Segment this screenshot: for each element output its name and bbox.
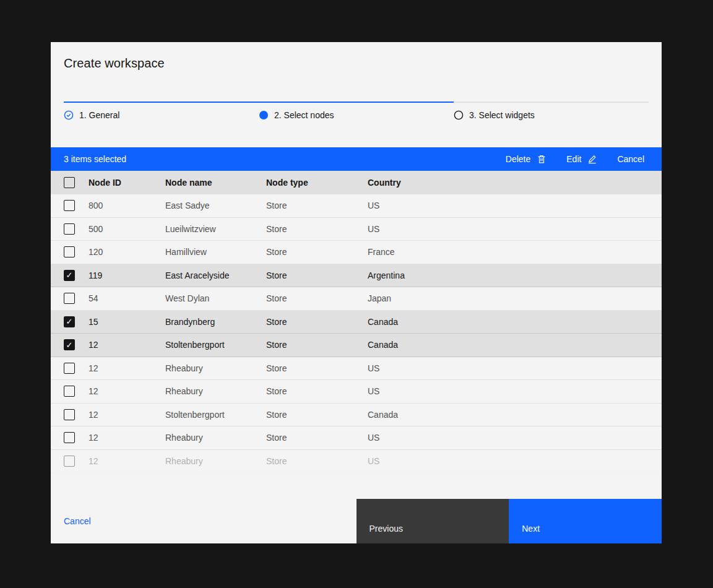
cell-country: US <box>368 386 662 396</box>
cell-node-type: Store <box>266 247 368 257</box>
table-body: 800 East Sadye Store US 500 Lueilwitzvie… <box>51 194 662 473</box>
progress-step-complete[interactable]: 1. General <box>64 102 259 120</box>
cell-country: US <box>368 456 662 466</box>
column-header-country[interactable]: Country <box>368 178 662 188</box>
step-current-icon <box>259 110 269 120</box>
column-header-node-type[interactable]: Node type <box>266 178 368 188</box>
row-checkbox[interactable]: ✓ <box>64 339 75 350</box>
cell-node-name: West Dylan <box>165 293 266 303</box>
row-checkbox[interactable] <box>64 223 75 235</box>
row-checkbox[interactable] <box>64 293 75 304</box>
cell-node-name: Brandynberg <box>165 317 266 327</box>
cell-node-id: 120 <box>89 247 165 257</box>
cell-node-id: 15 <box>89 317 165 327</box>
cell-country: Canada <box>368 340 662 350</box>
batch-action-label: Edit <box>566 154 581 164</box>
row-checkbox[interactable]: ✓ <box>64 316 75 327</box>
step-incomplete-icon <box>454 110 464 120</box>
cell-node-type: Store <box>266 270 368 280</box>
progress-indicator: 1. General 2. Select nodes 3. Select wid… <box>64 102 649 120</box>
footer-cancel-area: Cancel <box>51 499 356 543</box>
next-button[interactable]: Next <box>509 499 662 543</box>
column-header-node-id[interactable]: Node ID <box>89 178 165 188</box>
row-checkbox[interactable] <box>64 246 75 257</box>
row-checkbox[interactable] <box>64 386 75 397</box>
step-label: 3. Select widgets <box>469 110 535 120</box>
row-checkbox[interactable] <box>64 409 75 420</box>
table-row[interactable]: ✓ 12 Stoltenbergport Store Canada <box>51 334 662 357</box>
row-checkbox[interactable] <box>64 363 75 374</box>
cell-country: US <box>368 201 662 210</box>
table-row[interactable]: 12 Rheabury Store US <box>51 357 662 381</box>
progress-step-current[interactable]: 2. Select nodes <box>259 102 454 120</box>
cell-node-id: 12 <box>89 340 165 350</box>
table-row[interactable]: 120 Hamillview Store France <box>51 241 662 264</box>
progress-step-incomplete[interactable]: 3. Select widgets <box>454 102 649 120</box>
cell-node-name: Rheabury <box>165 433 266 443</box>
row-checkbox[interactable] <box>64 456 75 467</box>
table-row[interactable]: 800 East Sadye Store US <box>51 194 662 218</box>
table-row[interactable]: ✓ 15 Brandynberg Store Canada <box>51 311 662 334</box>
batch-actions-bar: 3 items selected Delete Edit Cancel <box>51 147 662 171</box>
table-row[interactable]: 12 Rheabury Store US <box>51 450 662 473</box>
modal-footer: Cancel Previous Next <box>51 499 662 543</box>
cell-node-name: East Sadye <box>165 201 266 210</box>
table-row[interactable]: 12 Rheabury Store US <box>51 426 662 450</box>
cell-node-type: Store <box>266 201 368 210</box>
table-row[interactable]: ✓ 119 East Aracelyside Store Argentina <box>51 264 662 288</box>
cell-node-type: Store <box>266 340 368 350</box>
cell-node-name: Lueilwitzview <box>165 224 266 234</box>
cell-node-id: 12 <box>89 363 165 373</box>
step-label: 2. Select nodes <box>274 110 334 120</box>
batch-action-cancel-button[interactable]: Cancel <box>607 147 654 171</box>
batch-action-delete-button[interactable]: Delete <box>496 147 556 171</box>
column-header-node-name[interactable]: Node name <box>165 178 266 188</box>
table-row[interactable]: 12 Stoltenbergport Store Canada <box>51 404 662 427</box>
cell-node-type: Store <box>266 456 368 466</box>
table-row[interactable]: 54 West Dylan Store Japan <box>51 287 662 311</box>
cell-node-id: 119 <box>89 270 165 280</box>
cell-country: US <box>368 433 662 443</box>
select-all-checkbox[interactable] <box>64 177 75 188</box>
cell-node-name: East Aracelyside <box>165 270 266 280</box>
batch-action-edit-button[interactable]: Edit <box>556 147 607 171</box>
cell-node-name: Stoltenbergport <box>165 410 266 420</box>
cell-node-type: Store <box>266 224 368 234</box>
create-workspace-modal: Create workspace 1. General 2. Select no… <box>51 42 662 543</box>
nodes-table: Node ID Node name Node type Country 800 … <box>51 171 662 473</box>
trash-icon <box>537 154 547 164</box>
cell-node-name: Rheabury <box>165 386 266 396</box>
cell-node-name: Rheabury <box>165 363 266 373</box>
cell-node-type: Store <box>266 410 368 420</box>
table-row[interactable]: 12 Rheabury Store US <box>51 380 662 404</box>
table-row[interactable]: 500 Lueilwitzview Store US <box>51 218 662 241</box>
row-checkbox[interactable]: ✓ <box>64 270 75 281</box>
cell-node-id: 12 <box>89 386 165 396</box>
cell-country: France <box>368 247 662 257</box>
cell-country: US <box>368 224 662 234</box>
page-title: Create workspace <box>64 42 649 71</box>
cell-country: US <box>368 363 662 373</box>
table-header-row: Node ID Node name Node type Country <box>51 171 662 194</box>
batch-action-label: Cancel <box>617 154 644 164</box>
cell-node-type: Store <box>266 433 368 443</box>
cell-node-id: 12 <box>89 433 165 443</box>
previous-button[interactable]: Previous <box>356 499 509 543</box>
batch-action-label: Delete <box>506 154 530 164</box>
step-label: 1. General <box>79 110 119 120</box>
cell-node-name: Stoltenbergport <box>165 340 266 350</box>
cell-node-name: Rheabury <box>165 456 266 466</box>
cell-node-type: Store <box>266 317 368 327</box>
row-checkbox[interactable] <box>64 200 75 211</box>
batch-actions: Delete Edit Cancel <box>496 147 654 171</box>
selection-count: 3 items selected <box>64 154 126 164</box>
cancel-link[interactable]: Cancel <box>64 516 91 526</box>
cell-node-id: 500 <box>89 224 165 234</box>
cell-node-name: Hamillview <box>165 247 266 257</box>
cell-node-type: Store <box>266 293 368 303</box>
cell-node-id: 12 <box>89 456 165 466</box>
cell-node-type: Store <box>266 386 368 396</box>
row-checkbox[interactable] <box>64 432 75 443</box>
cell-node-type: Store <box>266 363 368 373</box>
step-complete-icon <box>64 110 74 120</box>
